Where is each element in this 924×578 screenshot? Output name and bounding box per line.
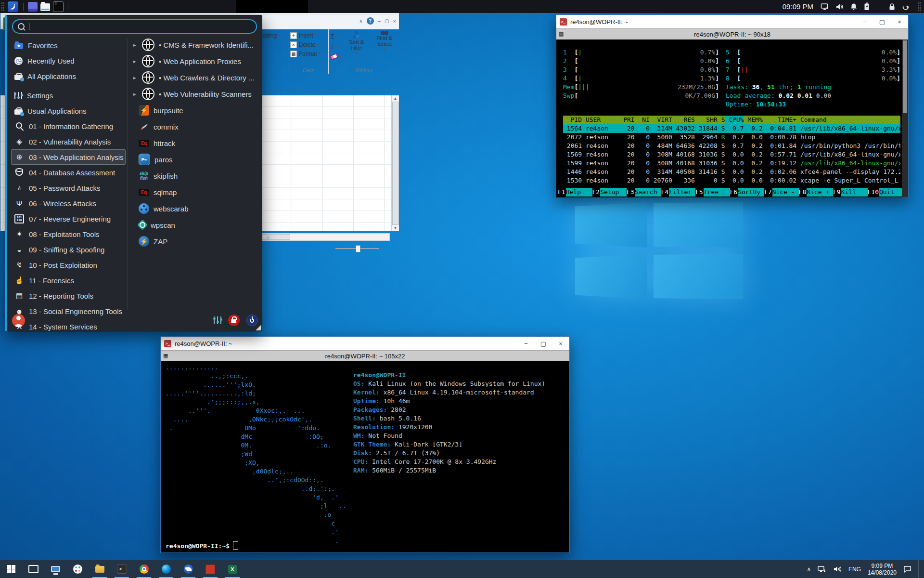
notifications-icon[interactable] [850, 3, 858, 11]
menu-tool-burpsuite[interactable]: ⚡burpsuite [132, 102, 259, 118]
lock-icon[interactable] [888, 3, 896, 11]
taskbar-start-button[interactable] [0, 560, 22, 578]
fkey-f3[interactable]: F3Search [627, 188, 661, 197]
file-manager-launcher[interactable] [40, 3, 50, 11]
fkey-f8[interactable]: F8Nice + [799, 188, 834, 197]
fkey-f2[interactable]: F2Setup [592, 188, 627, 197]
close-button[interactable]: × [552, 337, 569, 350]
battery-icon[interactable] [864, 2, 870, 11]
help-icon[interactable]: ? [367, 17, 374, 25]
menu-tool-sqlmap[interactable]: Eqsqlmap [132, 184, 259, 200]
taskbar-edge-button[interactable] [155, 560, 177, 578]
clear-button[interactable]: ▾ [331, 52, 341, 61]
minimize-ribbon-icon[interactable]: ∧ [359, 18, 362, 24]
workbook-minimize-icon[interactable]: − [378, 18, 381, 24]
taskbar-thunderbird-button[interactable] [177, 560, 199, 578]
menu-item-recently-used[interactable]: ◷Recently Used [11, 53, 126, 68]
delete-cells-button[interactable]: ×Delete▾ [290, 40, 327, 49]
minimize-button[interactable]: − [856, 15, 873, 28]
menu-tool-skipfish[interactable]: skipfishskipfish [132, 168, 259, 184]
workbook-restore-icon[interactable]: ▢ [385, 18, 389, 24]
fkey-f9[interactable]: F9Kill [833, 188, 868, 197]
menu-item-cat-04[interactable]: 04 - Database Assessment [11, 165, 126, 180]
menu-tool-httrack[interactable]: Eqhttrack [132, 135, 259, 151]
search-input[interactable] [12, 19, 257, 34]
menu-tool-commix[interactable]: commix [132, 118, 259, 135]
fkey-f1[interactable]: F1Help [558, 188, 592, 197]
menu-item-cat-07[interactable]: 10111007 - Reverse Engineering [11, 211, 126, 226]
user-avatar[interactable] [12, 314, 25, 327]
menu-item-cat-12[interactable]: ▤12 - Reporting Tools [11, 288, 126, 303]
menu-item-cat-06[interactable]: Ψ06 - Wireless Attacks [11, 196, 126, 211]
terminal-scrollbar[interactable] [902, 39, 908, 197]
process-row[interactable]: 1530re4son200207603360S0.00.00:00.02xcap… [563, 176, 900, 185]
taskbar-file-explorer-button[interactable] [89, 560, 111, 578]
submenu-cms-framework-identification[interactable]: ▸• CMS & Framework Identifi... [132, 37, 259, 53]
action-center-icon[interactable] [903, 565, 911, 573]
scroll-down-icon[interactable]: ▼ [394, 226, 398, 230]
taskbar-remote-computer-button[interactable] [44, 560, 66, 578]
network-icon[interactable] [818, 565, 826, 573]
panel-clock[interactable]: 09:09 PM [783, 2, 813, 11]
fkey-f10[interactable]: F10Quit [868, 188, 902, 197]
menu-item-cat-05[interactable]: ♀05 - Password Attacks [11, 180, 126, 196]
terminal-launcher[interactable] [53, 1, 64, 12]
zoom-slider[interactable] [335, 248, 379, 249]
terminal-tab-bar[interactable]: ▦ re4son@WOPR-II: ~ 105x22 [161, 350, 569, 361]
menu-item-cat-01[interactable]: 01 - Information Gathering [11, 118, 126, 134]
lock-screen-icon[interactable] [228, 315, 240, 326]
menu-tool-wpscan[interactable]: wpscan [132, 217, 259, 233]
terminal-title-bar[interactable]: >_ re4son@WOPR-II: ~ − ▢ × [161, 337, 569, 350]
fkey-f5[interactable]: F5Tree [695, 188, 730, 197]
menu-tool-zap[interactable]: ⚡ZAP [132, 233, 259, 250]
taskbar-red-app-button[interactable] [199, 560, 221, 578]
minimize-button[interactable]: − [517, 337, 535, 350]
insert-cells-button[interactable]: +Insert▾ [290, 31, 327, 40]
menu-tool-webscarab[interactable]: webscarab [132, 200, 259, 217]
workspace-app-launcher[interactable] [28, 2, 38, 12]
menu-item-settings[interactable]: Settings [11, 88, 126, 103]
process-row[interactable]: 1599re4son200308M4016831036S0.00.20:19.1… [563, 159, 900, 168]
menu-item-cat-02[interactable]: ◈02 - Vulnerability Analysis [11, 134, 126, 149]
resize-grip[interactable] [256, 325, 261, 330]
terminal-title-bar[interactable]: >_ re4son@WOPR-II: ~ − ▢ × [556, 15, 908, 28]
menu-item-cat-03[interactable]: ⊕03 - Web Application Analysis [11, 149, 126, 165]
terminal-content[interactable]: .............. ..,;:ccc,. ......''';lxO.… [161, 361, 569, 552]
menu-item-favorites[interactable]: ★Favorites [11, 38, 126, 53]
scroll-up-icon[interactable]: ▲ [394, 96, 398, 101]
terminal-tab-bar[interactable]: ▦ re4son@WOPR-II: ~ 90x18 [556, 28, 908, 39]
volume-icon[interactable] [835, 3, 844, 11]
taskbar-slack-button[interactable] [66, 560, 89, 578]
panel-grip[interactable] [917, 2, 921, 12]
grid-menu-icon[interactable]: ▦ [163, 353, 169, 359]
menu-item-cat-11[interactable]: ☝11 - Forensics [11, 273, 126, 288]
submenu-web-vulnerability-scanners[interactable]: ▸• Web Vulnerability Scanners [132, 86, 259, 102]
logout-icon[interactable] [902, 3, 910, 11]
grid-menu-icon[interactable]: ▦ [559, 31, 565, 37]
menu-tool-paros[interactable]: P∞paros [132, 151, 259, 168]
taskbar-clock[interactable]: 9:09 PM 14/08/2020 [868, 563, 897, 576]
menu-item-all-applications[interactable]: All Applications [11, 68, 126, 84]
maximize-button[interactable]: ▢ [535, 337, 552, 350]
menu-item-cat-08[interactable]: ✶08 - Exploitation Tools [11, 226, 126, 242]
taskbar-task-view-button[interactable] [22, 560, 44, 578]
show-desktop-button[interactable] [918, 560, 921, 578]
fkey-f7[interactable]: F7Nice - [764, 188, 799, 197]
format-cells-button[interactable]: ▤Format▾ [290, 49, 327, 58]
language-indicator[interactable]: ENG [848, 566, 861, 573]
settings-sliders-icon[interactable] [214, 316, 221, 324]
process-row[interactable]: 1569re4son200308M4016831036S0.00.20:57.7… [563, 150, 900, 159]
workbook-close-icon[interactable]: × [393, 18, 396, 24]
process-row[interactable]: 2061re4son200484M6463642208S0.70.20:01.8… [563, 142, 900, 150]
sort-filter-button[interactable]: AZ▼ Sort & Filter▾ [344, 31, 369, 67]
taskbar-terminal-button[interactable]: >_ [111, 560, 133, 578]
show-hidden-icons-chevron[interactable]: ∧ [807, 566, 811, 572]
menu-item-cat-09[interactable]: ◒09 - Sniffing & Spoofing [11, 242, 126, 257]
process-table[interactable]: PIDUSERPRINIVIRTRESSHRSCPU%MEM%TIME+Comm… [563, 116, 900, 185]
speaker-icon[interactable] [833, 565, 842, 573]
autosum-button[interactable]: Σ▾ [331, 32, 341, 41]
process-row[interactable]: 1564re4son200314M4303231844S0.70.20:04.8… [563, 124, 900, 133]
fkey-f6[interactable]: F6SortBy [730, 188, 765, 197]
menu-item-cat-10[interactable]: ↯10 - Post Exploitation [11, 257, 126, 273]
submenu-web-application-proxies[interactable]: ▸• Web Application Proxies [132, 53, 259, 69]
